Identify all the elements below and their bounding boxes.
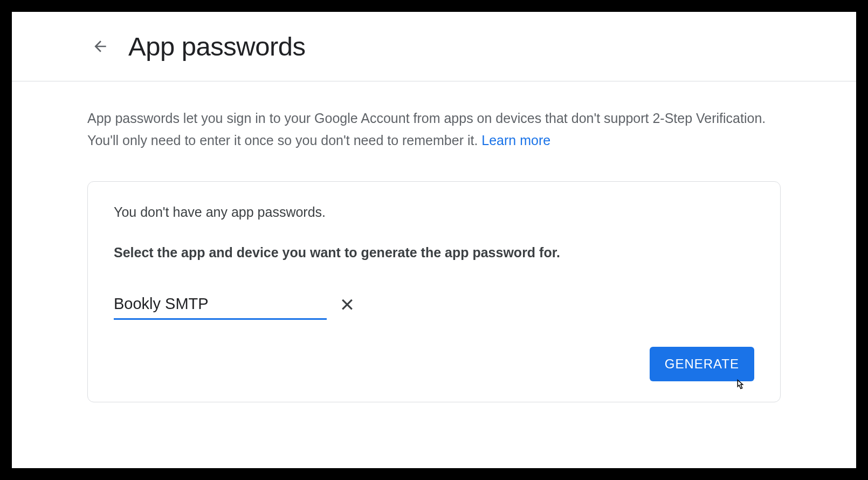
arrow-left-icon [92,38,109,55]
input-row [114,292,754,320]
name-input-wrap [114,292,327,320]
page-content: App passwords let you sign in to your Go… [12,81,856,402]
page-header: App passwords [12,12,856,81]
description-text: App passwords let you sign in to your Go… [87,107,781,152]
no-passwords-text: You don't have any app passwords. [114,204,754,220]
learn-more-link[interactable]: Learn more [481,133,550,148]
clear-input-button[interactable] [336,293,358,315]
close-icon [339,296,355,312]
select-prompt-text: Select the app and device you want to ge… [114,245,754,260]
back-button[interactable] [87,33,113,59]
description-body: App passwords let you sign in to your Go… [87,111,766,148]
app-name-input[interactable] [114,292,327,320]
generate-button[interactable]: GENERATE [650,347,754,381]
app-passwords-card: You don't have any app passwords. Select… [87,181,781,402]
button-row: GENERATE [114,347,754,381]
app-window: App passwords App passwords let you sign… [12,12,856,468]
page-title: App passwords [128,31,306,61]
